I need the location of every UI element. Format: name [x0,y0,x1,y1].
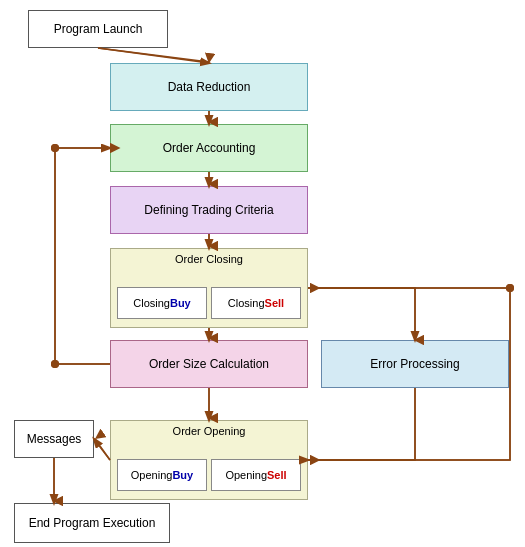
svg-point-9 [51,144,59,152]
svg-line-15 [98,48,209,62]
flowchart: Program Launch Data Reduction Order Acco… [0,0,525,547]
closing-sell-box: Closing Sell [211,287,301,319]
closing-row: Closing Buy Closing Sell [117,287,301,319]
opening-sell-text: Opening [225,469,267,481]
opening-buy-text: Opening [131,469,173,481]
closing-sell-bold: Sell [265,297,285,309]
opening-buy-box: Opening Buy [117,459,207,491]
opening-row: Opening Buy Opening Sell [117,459,301,491]
closing-buy-bold: Buy [170,297,191,309]
order-opening-label: Order Opening [111,425,307,437]
svg-point-23 [51,360,59,368]
svg-line-0 [98,48,209,63]
closing-buy-box: Closing Buy [117,287,207,319]
messages-label: Messages [27,432,82,446]
data-reduction-node: Data Reduction [110,63,308,111]
order-closing-node: Order Closing Closing Buy Closing Sell [110,248,308,328]
end-program-node: End Program Execution [14,503,170,543]
svg-line-21 [95,439,110,460]
defining-trading-label: Defining Trading Criteria [144,203,273,217]
opening-sell-bold: Sell [267,469,287,481]
data-reduction-label: Data Reduction [168,80,251,94]
end-program-label: End Program Execution [29,516,156,530]
svg-point-24 [51,144,59,152]
error-processing-node: Error Processing [321,340,509,388]
opening-buy-bold: Buy [172,469,193,481]
messages-node: Messages [14,420,94,458]
program-launch-label: Program Launch [54,22,143,36]
svg-point-8 [51,360,59,368]
program-launch-node: Program Launch [28,10,168,48]
order-accounting-label: Order Accounting [163,141,256,155]
svg-line-6 [94,439,110,460]
order-calculation-label: Order Size Calculation [149,357,269,371]
closing-sell-text: Closing [228,297,265,309]
order-closing-label: Order Closing [111,253,307,265]
order-accounting-node: Order Accounting [110,124,308,172]
opening-sell-box: Opening Sell [211,459,301,491]
order-opening-node: Order Opening Opening Buy Opening Sell [110,420,308,500]
defining-trading-node: Defining Trading Criteria [110,186,308,234]
svg-point-10 [506,284,514,292]
closing-buy-text: Closing [133,297,170,309]
error-processing-label: Error Processing [370,357,459,371]
svg-point-25 [506,284,514,292]
order-calculation-node: Order Size Calculation [110,340,308,388]
